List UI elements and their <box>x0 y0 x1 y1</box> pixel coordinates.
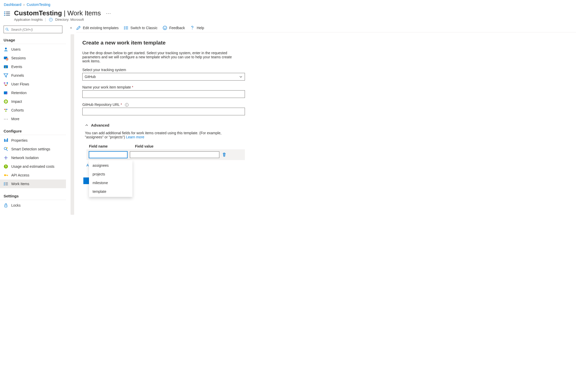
sidebar-item-label: Usage and estimated costs <box>11 164 54 169</box>
sidebar-section-usage: Usage <box>0 36 66 44</box>
help-icon <box>190 26 195 30</box>
breadcrumb: Dashboard › CustomTesting <box>0 0 576 8</box>
template-name-label: Name your work item template * <box>82 85 245 89</box>
smiley-icon <box>163 26 167 30</box>
sidebar-item-locks[interactable]: Locks <box>0 201 66 210</box>
locks-icon <box>4 203 8 208</box>
sessions-icon <box>4 56 8 60</box>
properties-icon <box>4 138 8 143</box>
sidebar: Usage Users Sessions Events Funnels User… <box>0 24 66 215</box>
pencil-icon <box>76 26 81 30</box>
smart-detection-icon <box>4 147 8 151</box>
svg-rect-6 <box>4 82 5 84</box>
breadcrumb-dashboard[interactable]: Dashboard <box>4 3 21 7</box>
events-icon <box>4 64 8 69</box>
field-name-input[interactable] <box>89 151 127 158</box>
search-icon <box>5 28 9 31</box>
svg-point-13 <box>4 109 6 110</box>
sidebar-item-label: User Flows <box>11 82 29 86</box>
sidebar-item-label: Retention <box>11 91 27 95</box>
sidebar-item-user-flows[interactable]: User Flows <box>0 80 66 88</box>
delete-row-button[interactable] <box>222 152 230 157</box>
svg-rect-16 <box>4 139 5 142</box>
template-name-input[interactable] <box>82 90 245 98</box>
sidebar-item-properties[interactable]: Properties <box>0 136 66 145</box>
sidebar-item-label: Sessions <box>11 56 26 60</box>
sidebar-item-usage-costs[interactable]: $ Usage and estimated costs <box>0 162 66 171</box>
repo-url-input[interactable] <box>82 108 245 115</box>
svg-point-0 <box>6 28 8 30</box>
sidebar-item-label: Properties <box>11 138 28 142</box>
advanced-toggle[interactable]: Advanced <box>85 123 245 127</box>
sidebar-item-label: Work Items <box>11 182 29 186</box>
svg-point-29 <box>163 26 167 30</box>
field-value-input[interactable] <box>130 151 219 158</box>
cmd-switch-classic[interactable]: Switch to Classic <box>124 26 157 30</box>
sidebar-item-sessions[interactable]: Sessions <box>0 54 66 62</box>
advanced-learn-more-link[interactable]: Learn more <box>126 135 144 139</box>
field-name-dropdown: assignees projects milestone template <box>89 160 132 197</box>
sidebar-item-label: API Access <box>11 173 29 177</box>
chevron-up-icon <box>85 124 88 127</box>
advanced-description: You can add additional fields for work i… <box>85 131 236 139</box>
svg-point-12 <box>5 101 6 102</box>
sidebar-item-network-isolation[interactable]: Network Isolation <box>0 153 66 162</box>
sidebar-section-settings: Settings <box>0 192 66 200</box>
retention-icon <box>4 91 8 95</box>
sidebar-item-impact[interactable]: Impact <box>0 97 66 106</box>
svg-line-20 <box>6 149 8 151</box>
info-icon[interactable]: i <box>49 18 53 21</box>
advanced-field-row <box>86 149 245 160</box>
sidebar-item-funnels[interactable]: Funnels <box>0 71 66 80</box>
work-items-icon <box>4 10 10 17</box>
cmd-edit-templates[interactable]: Edit existing templates <box>76 26 119 30</box>
sidebar-item-more[interactable]: ⋯ More <box>0 115 66 123</box>
form-title: Create a new work item template <box>82 40 245 46</box>
users-icon <box>4 47 8 52</box>
sidebar-item-api-access[interactable]: API Access <box>0 171 66 180</box>
list-check-icon <box>124 26 128 30</box>
svg-point-19 <box>4 147 6 150</box>
tracking-system-select[interactable]: GitHub <box>82 73 245 81</box>
sidebar-item-work-items[interactable]: Work Items <box>0 180 66 188</box>
user-flows-icon <box>4 82 8 86</box>
add-field-link[interactable]: A <box>86 163 89 167</box>
dropdown-option-milestone[interactable]: milestone <box>89 178 132 187</box>
svg-rect-8 <box>5 85 7 86</box>
impact-icon <box>4 99 8 104</box>
command-bar: Edit existing templates Switch to Classi… <box>76 24 576 32</box>
chevron-down-icon <box>239 75 243 79</box>
dropdown-option-template[interactable]: template <box>89 187 132 196</box>
api-access-icon <box>4 173 8 177</box>
breadcrumb-resource[interactable]: CustomTesting <box>27 3 50 7</box>
sidebar-search-input[interactable] <box>10 27 61 32</box>
sidebar-item-events[interactable]: Events <box>0 62 66 71</box>
trash-icon <box>222 152 227 157</box>
sidebar-item-label: Smart Detection settings <box>11 147 50 151</box>
sidebar-item-smart-detection[interactable]: Smart Detection settings <box>0 145 66 153</box>
collapse-sidebar-button[interactable]: « <box>70 26 72 215</box>
form-intro: Use the drop down below to get started. … <box>82 51 236 63</box>
cmd-help[interactable]: Help <box>190 26 204 30</box>
sidebar-item-label: Network Isolation <box>11 156 39 160</box>
sidebar-item-retention[interactable]: Retention <box>0 88 66 97</box>
chevron-right-icon: › <box>24 3 25 7</box>
dropdown-option-projects[interactable]: projects <box>89 170 132 178</box>
sidebar-search[interactable] <box>4 26 62 33</box>
sidebar-item-cohorts[interactable]: Cohorts <box>0 106 66 115</box>
sidebar-section-configure: Configure <box>0 127 66 135</box>
svg-rect-27 <box>7 175 8 176</box>
sidebar-item-label: Locks <box>11 203 21 207</box>
info-icon[interactable]: i <box>125 103 129 107</box>
svg-point-32 <box>192 29 193 29</box>
page-title: CustomTesting | Work Items <box>14 9 101 17</box>
col-field-value: Field value <box>135 144 227 148</box>
dropdown-option-assignees[interactable]: assignees <box>89 161 132 170</box>
sidebar-item-users[interactable]: Users <box>0 45 66 54</box>
svg-point-31 <box>165 27 166 28</box>
svg-rect-18 <box>7 138 8 142</box>
cmd-feedback[interactable]: Feedback <box>163 26 185 30</box>
more-icon[interactable]: ⋯ <box>106 11 111 16</box>
more-icon: ⋯ <box>4 117 8 121</box>
sidebar-item-label: Cohorts <box>11 108 24 112</box>
